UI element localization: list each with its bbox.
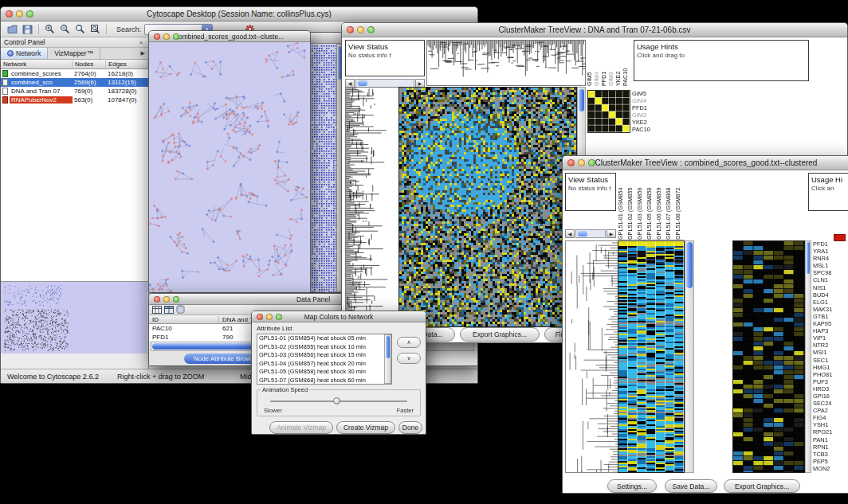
gene-label[interactable]: RNR4 [813,255,848,262]
scroll-left-button[interactable]: ◀ [565,229,575,238]
combined-zoom-vscroll[interactable] [805,240,811,473]
gene-label[interactable]: PHO81 [813,371,848,378]
gene-label[interactable]: YRA1 [813,248,848,255]
zoom-button[interactable] [173,296,179,303]
gene-label[interactable]: MON2 [813,465,848,472]
combined-heatmap-vscroll[interactable] [685,240,694,473]
close-button[interactable] [154,33,160,40]
tab-network[interactable]: Network [1,48,48,59]
scroll-thumb[interactable] [578,231,587,236]
gene-label[interactable]: SEC24 [813,400,848,407]
attribute-list-item[interactable]: GPL51-07 (GSM868) heat shock 60 min [257,377,391,385]
export-graphics-button[interactable]: Export Graphics... [460,327,540,342]
gene-label[interactable]: VIP1 [813,334,848,342]
minimize-button[interactable] [163,296,170,303]
open-session-icon[interactable] [6,23,19,36]
gene-label[interactable]: KAP95 [813,320,848,327]
gene-label[interactable]: SPC98 [813,269,848,276]
scroll-thumb[interactable] [358,80,367,86]
combined-zoom-heatmap-canvas[interactable] [732,240,805,473]
gene-label[interactable]: NTR2 [813,342,848,349]
gene-label[interactable]: HAP3 [813,327,848,334]
close-button[interactable] [154,296,160,303]
close-button[interactable] [6,10,13,18]
slider-thumb[interactable] [333,397,340,404]
network-view-titlebar[interactable]: combined_scores_good.txt--cluste... [149,31,310,42]
gene-label[interactable]: YSH1 [813,421,848,428]
zoom-button[interactable] [367,26,375,33]
scroll-thumb[interactable] [386,336,390,358]
combined-heatmap-canvas[interactable] [618,240,685,473]
gene-label[interactable]: TCB3 [813,451,848,458]
gene-label[interactable]: ELG1 [813,299,848,306]
scroll-thumb[interactable] [579,89,584,111]
dna-heatmap-canvas[interactable] [398,87,577,327]
minimize-button[interactable] [357,26,364,33]
gene-label[interactable]: CPA2 [813,407,848,414]
minimize-button[interactable] [266,314,273,320]
attribute-list-item[interactable]: GPL51-03 (GSM856) heat shock 15 min [257,351,391,360]
combined-dendrogram-canvas[interactable] [565,240,618,473]
network-row[interactable]: combined_sco2569(6)13112(15) [1,78,148,87]
network-row[interactable]: DNA and Tran 07769(0)183728(0) [1,87,148,96]
scroll-thumb[interactable] [807,242,810,274]
dna-left-dendrogram-canvas[interactable] [345,87,399,327]
minimize-button[interactable] [16,10,23,18]
treeview-dna-titlebar[interactable]: ClusterMaker TreeView : DNA and Tran 07-… [342,23,847,37]
gene-label[interactable]: MSL1 [813,262,848,269]
gene-label[interactable]: PAN1 [813,436,848,443]
gene-label[interactable]: GTB1 [813,313,848,320]
gene-label[interactable]: BUD4 [813,291,848,299]
create-vizmap-button[interactable]: Create Vizmap [336,421,395,434]
scroll-track[interactable] [575,229,606,238]
scroll-right-button[interactable]: ▶ [607,229,616,238]
zoom-in-icon[interactable] [43,23,57,36]
cytoscape-titlebar[interactable]: Cytoscape Desktop (Session Name: collins… [1,7,477,21]
gene-label[interactable]: HRD3 [813,385,848,393]
zoom-button[interactable] [276,314,282,320]
close-button[interactable] [347,26,354,33]
map-colors-titlebar[interactable]: Map Colors to Network [252,311,426,322]
attribute-list-vscroll[interactable] [384,334,391,384]
tab-vizmapper[interactable]: VizMapper™ [48,48,100,59]
zoom-out-icon[interactable] [58,23,72,36]
zoom-button[interactable] [588,159,595,166]
gene-label[interactable]: PEP5 [813,458,848,465]
gene-label[interactable]: HMG1 [813,364,848,371]
zoom-actual-icon[interactable] [73,23,87,36]
minimize-button[interactable] [163,33,170,40]
save-data-button[interactable]: Save Data... [665,479,717,493]
minimize-button[interactable] [578,159,585,166]
close-button[interactable] [257,314,263,320]
gene-label[interactable]: PFD1 [813,240,848,248]
gene-label[interactable]: SEC1 [813,357,848,364]
attribute-list-item[interactable]: GPL51-04 (GSM857) heat shock 20 min [257,360,391,369]
scroll-thumb[interactable] [686,242,693,288]
gene-label[interactable]: NIS1 [813,284,848,291]
move-down-button[interactable]: ∨ [397,353,421,364]
zoom-fit-icon[interactable] [88,23,102,36]
overview-thumbnail-canvas[interactable] [1,281,147,354]
dna-top-dendrogram-canvas[interactable] [426,40,586,86]
animation-speed-slider[interactable] [270,400,407,402]
network-row[interactable]: RNAPuberNov2563(0)107847(0) [1,96,148,104]
gene-label[interactable]: MSI1 [813,349,848,356]
done-button[interactable]: Done [398,421,422,434]
dna-correlation-matrix-canvas[interactable] [587,90,630,133]
attribute-list-item[interactable]: GPL51-01 (GSM854) heat shock 05 min [257,334,391,343]
gene-label[interactable]: RPO21 [813,428,848,436]
zoom-button[interactable] [26,10,33,18]
attribute-list[interactable]: GPL51-01 (GSM854) heat shock 05 minGPL51… [257,334,392,385]
gene-label[interactable]: RPN1 [813,443,848,451]
save-session-icon[interactable] [21,23,34,36]
gene-label[interactable]: GPI16 [813,393,848,400]
gene-label[interactable]: PUF3 [813,378,848,385]
move-up-button[interactable]: ∧ [397,337,421,348]
gene-label[interactable]: MAK31 [813,306,848,313]
treeview-combined-titlebar[interactable]: ClusterMaker TreeView : combined_scores_… [563,156,848,170]
export-graphics-button[interactable]: Export Graphics... [724,479,800,493]
attribute-list-item[interactable]: GPL51-05 (GSM858) heat shock 30 min [257,368,391,377]
network-row[interactable]: combined_scores2764(0)16218(0) [1,69,148,78]
gene-label[interactable]: CLN1 [813,276,848,283]
attribute-list-item[interactable]: GPL51-02 (GSM855) heat shock 10 min [257,343,391,352]
